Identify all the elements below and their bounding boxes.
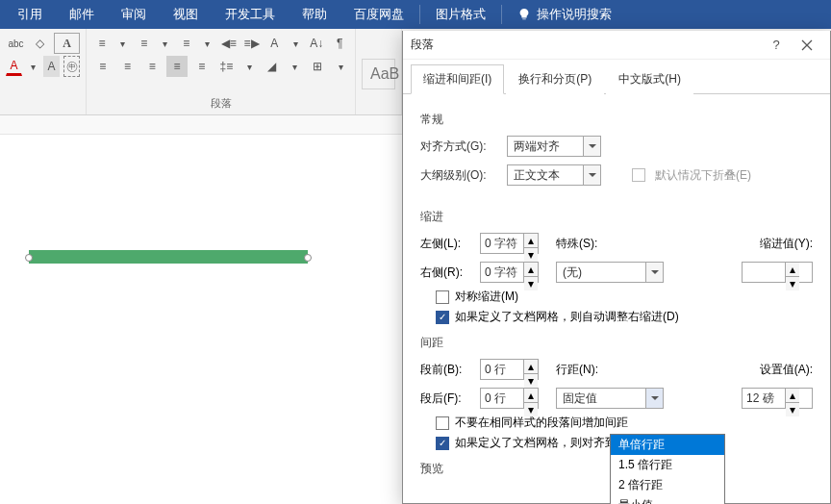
distributed-button[interactable]: ≡ bbox=[191, 56, 213, 77]
resize-handle-right[interactable] bbox=[304, 254, 312, 262]
space-before-spinner[interactable]: 0 行 ▴▾ bbox=[480, 359, 539, 380]
decrease-indent-button[interactable]: ◀≡ bbox=[219, 33, 239, 54]
tab-line-page-breaks[interactable]: 换行和分页(P) bbox=[506, 64, 604, 94]
paragraph-group-label: 段落 bbox=[92, 94, 349, 111]
tell-me-search[interactable]: 操作说明搜索 bbox=[504, 0, 625, 29]
ribbon-tabs: 引用 邮件 审阅 视图 开发工具 帮助 百度网盘 图片格式 操作说明搜索 bbox=[0, 0, 831, 29]
tab-baidu[interactable]: 百度网盘 bbox=[340, 0, 417, 29]
increase-indent-button[interactable]: ≡▶ bbox=[242, 33, 262, 54]
spinner-down-button[interactable]: ▾ bbox=[786, 277, 799, 290]
styles-preview[interactable]: AaB bbox=[362, 59, 395, 89]
align-center-button[interactable]: ≡ bbox=[117, 56, 138, 77]
spinner-up-button[interactable]: ▴ bbox=[524, 263, 538, 277]
enclose-characters-button[interactable]: ㊥ bbox=[63, 56, 80, 77]
indent-right-value: 0 字符 bbox=[481, 263, 523, 282]
tab-help[interactable]: 帮助 bbox=[289, 0, 340, 29]
tab-picture-format[interactable]: 图片格式 bbox=[422, 0, 499, 29]
ruler[interactable] bbox=[0, 115, 404, 135]
paragraph-dialog: 段落 ? 缩进和间距(I) 换行和分页(P) 中文版式(H) 常规 对齐方式(G… bbox=[402, 31, 831, 504]
spinner-up-button[interactable]: ▴ bbox=[524, 360, 538, 374]
text-effects-button[interactable]: A bbox=[264, 33, 284, 54]
tab-indent-spacing[interactable]: 缩进和间距(I) bbox=[411, 64, 504, 94]
line-spacing-option-double[interactable]: 2 倍行距 bbox=[611, 475, 724, 495]
dialog-titlebar[interactable]: 段落 ? bbox=[403, 31, 830, 60]
phonetic-guide-button[interactable]: abc bbox=[6, 33, 26, 54]
indent-by-spinner[interactable]: ▴▾ bbox=[742, 262, 813, 283]
tab-view[interactable]: 视图 bbox=[160, 0, 212, 29]
separator bbox=[501, 5, 502, 24]
line-spacing-dropdown[interactable]: ▾ bbox=[240, 59, 258, 74]
indent-by-label: 缩进值(Y): bbox=[760, 236, 813, 252]
tab-review[interactable]: 审阅 bbox=[108, 0, 160, 29]
bullets-dropdown[interactable]: ▾ bbox=[115, 36, 131, 51]
dialog-close-button[interactable] bbox=[792, 32, 822, 59]
tab-mailings[interactable]: 邮件 bbox=[56, 0, 108, 29]
spinner-down-button[interactable]: ▾ bbox=[524, 277, 538, 290]
shading-dropdown[interactable]: ▾ bbox=[287, 59, 304, 74]
line-spacing-option-atleast[interactable]: 最小值 bbox=[611, 495, 724, 504]
bullets-button[interactable]: ≡ bbox=[92, 33, 112, 54]
alignment-combo[interactable]: 两端对齐 bbox=[507, 136, 601, 157]
indent-special-label: 特殊(S): bbox=[556, 236, 608, 252]
mirror-indent-checkbox[interactable] bbox=[436, 290, 449, 304]
borders-dropdown[interactable]: ▾ bbox=[332, 59, 349, 74]
numbering-button[interactable]: ≡ bbox=[135, 33, 154, 54]
multilevel-button[interactable]: ≡ bbox=[177, 33, 196, 54]
align-left-button[interactable]: ≡ bbox=[92, 56, 113, 77]
clear-formatting-button[interactable]: ◇ bbox=[30, 33, 50, 54]
line-spacing-option-1-5[interactable]: 1.5 倍行距 bbox=[611, 455, 724, 475]
selected-shape[interactable] bbox=[29, 250, 308, 264]
spinner-down-button[interactable]: ▾ bbox=[524, 248, 538, 262]
tell-me-label: 操作说明搜索 bbox=[537, 0, 612, 29]
numbering-dropdown[interactable]: ▾ bbox=[158, 36, 173, 51]
spinner-up-button[interactable]: ▴ bbox=[786, 389, 799, 403]
indent-by-value bbox=[743, 263, 785, 282]
font-color-button[interactable]: A bbox=[6, 58, 22, 76]
auto-right-indent-label: 如果定义了文档网格，则自动调整右缩进(D) bbox=[455, 309, 679, 325]
indent-special-combo[interactable]: (无) bbox=[556, 262, 664, 283]
chevron-down-icon[interactable] bbox=[583, 137, 600, 156]
spinner-up-button[interactable]: ▴ bbox=[524, 234, 538, 248]
line-spacing-combo[interactable]: 固定值 bbox=[556, 388, 664, 409]
align-right-button[interactable]: ≡ bbox=[141, 56, 163, 77]
spinner-down-button[interactable]: ▾ bbox=[524, 403, 538, 416]
dialog-help-button[interactable]: ? bbox=[761, 32, 792, 59]
indent-right-spinner[interactable]: 0 字符 ▴▾ bbox=[480, 262, 539, 283]
borders-button[interactable]: ⊞ bbox=[308, 56, 329, 77]
text-effects-dropdown[interactable]: ▾ bbox=[288, 36, 303, 51]
no-space-same-style-checkbox[interactable] bbox=[436, 416, 449, 430]
chevron-down-icon[interactable] bbox=[645, 389, 663, 408]
spacing-at-spinner[interactable]: 12 磅 ▴▾ bbox=[742, 388, 813, 409]
character-border-button[interactable]: A bbox=[54, 33, 80, 54]
font-color-dropdown[interactable]: ▾ bbox=[26, 59, 39, 74]
tab-references[interactable]: 引用 bbox=[4, 0, 56, 29]
tab-developer[interactable]: 开发工具 bbox=[212, 0, 289, 29]
spinner-up-button[interactable]: ▴ bbox=[786, 263, 799, 277]
snap-to-grid-checkbox[interactable] bbox=[436, 437, 449, 450]
spinner-down-button[interactable]: ▾ bbox=[786, 403, 799, 416]
indent-right-label: 右侧(R): bbox=[420, 265, 472, 281]
collapse-default-checkbox[interactable] bbox=[632, 168, 645, 182]
line-spacing-button[interactable]: ‡≡ bbox=[216, 56, 238, 77]
chevron-down-icon[interactable] bbox=[645, 263, 663, 282]
chevron-down-icon[interactable] bbox=[583, 165, 600, 185]
no-space-same-style-label: 不要在相同样式的段落间增加间距 bbox=[455, 415, 628, 431]
resize-handle-left[interactable] bbox=[25, 254, 33, 262]
tab-chinese-typography[interactable]: 中文版式(H) bbox=[606, 64, 693, 94]
outline-level-label: 大纲级别(O): bbox=[420, 167, 497, 184]
show-marks-button[interactable]: ¶ bbox=[330, 33, 349, 54]
spinner-up-button[interactable]: ▴ bbox=[524, 389, 538, 403]
character-shading-button[interactable]: A bbox=[43, 56, 60, 77]
shading-button[interactable]: ◢ bbox=[262, 56, 283, 77]
indent-left-value: 0 字符 bbox=[481, 234, 523, 253]
mirror-indent-label: 对称缩进(M) bbox=[455, 289, 518, 305]
outline-level-combo[interactable]: 正文文本 bbox=[507, 164, 601, 186]
line-spacing-dropdown-list[interactable]: 单倍行距 1.5 倍行距 2 倍行距 最小值 固定值 bbox=[610, 434, 725, 504]
sort-button[interactable]: A↓ bbox=[307, 33, 326, 54]
multilevel-dropdown[interactable]: ▾ bbox=[200, 36, 215, 51]
line-spacing-option-single[interactable]: 单倍行距 bbox=[611, 435, 724, 455]
space-after-spinner[interactable]: 0 行 ▴▾ bbox=[480, 388, 539, 409]
justify-button[interactable]: ≡ bbox=[166, 56, 188, 77]
auto-right-indent-checkbox[interactable] bbox=[436, 311, 449, 324]
indent-left-spinner[interactable]: 0 字符 ▴▾ bbox=[480, 233, 539, 254]
